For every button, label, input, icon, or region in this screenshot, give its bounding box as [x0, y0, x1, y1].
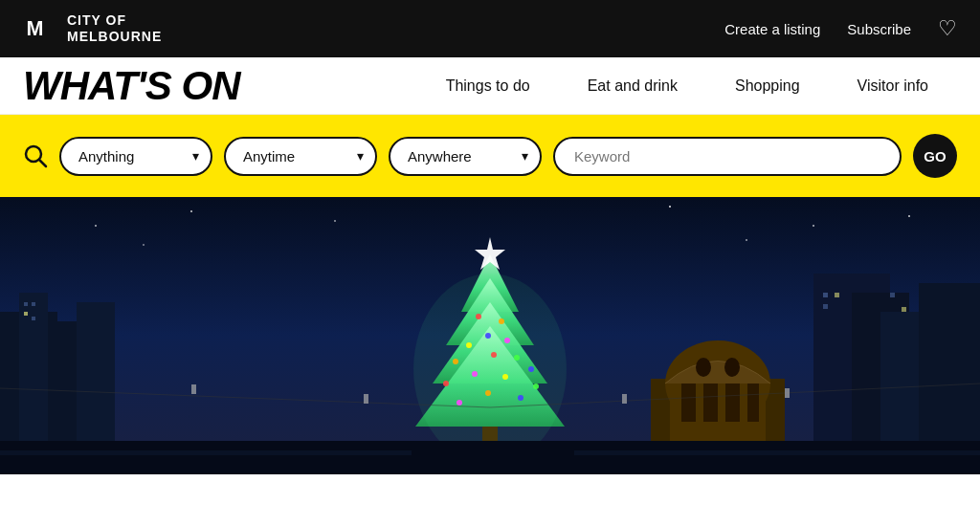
hero-image — [0, 197, 980, 474]
svg-rect-65 — [364, 394, 368, 404]
main-nav-links: Things to do Eat and drink Shopping Visi… — [417, 57, 957, 115]
svg-point-37 — [696, 358, 711, 377]
main-nav-bar: WHAT'S ON Things to do Eat and drink Sho… — [0, 57, 980, 115]
svg-line-3 — [39, 160, 46, 166]
svg-rect-27 — [823, 304, 828, 309]
anywhere-select[interactable]: Anywhere CBD Docklands Fitzroy South Yar… — [389, 137, 542, 176]
svg-point-48 — [485, 333, 491, 339]
header: M CITY OF MELBOURNE Create a listing Sub… — [0, 0, 980, 57]
svg-text:M: M — [27, 16, 44, 40]
search-bar: Anything Events Tours Activities Anytime… — [0, 115, 980, 197]
page-title: WHAT'S ON — [23, 63, 240, 109]
svg-rect-35 — [725, 384, 740, 422]
svg-point-58 — [533, 384, 539, 389]
svg-rect-26 — [835, 293, 839, 297]
svg-rect-34 — [703, 384, 718, 422]
heart-icon: ♡ — [938, 16, 957, 41]
svg-point-8 — [669, 206, 671, 208]
svg-point-10 — [908, 215, 910, 217]
svg-point-61 — [457, 400, 462, 405]
svg-point-50 — [466, 342, 472, 348]
svg-point-9 — [813, 225, 814, 227]
svg-rect-28 — [890, 293, 895, 297]
svg-point-46 — [476, 314, 481, 319]
svg-point-54 — [528, 366, 534, 372]
anything-select-wrap: Anything Events Tours Activities — [59, 137, 212, 176]
svg-rect-25 — [823, 293, 828, 297]
svg-point-47 — [499, 318, 504, 324]
svg-rect-33 — [681, 384, 696, 422]
svg-point-55 — [472, 371, 478, 377]
anything-select[interactable]: Anything Events Tours Activities — [59, 137, 212, 176]
svg-point-6 — [190, 210, 192, 212]
nav-link-things-to-do[interactable]: Things to do — [417, 57, 559, 115]
logo-icon: M — [23, 11, 57, 46]
svg-point-53 — [453, 359, 458, 364]
nav-link-eat-and-drink[interactable]: Eat and drink — [559, 57, 706, 115]
svg-rect-64 — [191, 384, 196, 394]
anywhere-select-wrap: Anywhere CBD Docklands Fitzroy South Yar… — [389, 137, 542, 176]
search-icon — [23, 143, 48, 168]
svg-point-44 — [413, 274, 567, 465]
header-nav: Create a listing Subscribe ♡ — [724, 0, 957, 57]
svg-point-59 — [485, 390, 491, 396]
svg-point-51 — [491, 352, 497, 358]
subscribe-button[interactable]: Subscribe — [847, 21, 911, 37]
anytime-select[interactable]: Anytime Today This week This weekend Thi… — [224, 137, 377, 176]
svg-point-7 — [334, 220, 336, 222]
svg-point-52 — [514, 355, 520, 361]
nav-link-shopping[interactable]: Shopping — [706, 57, 829, 115]
svg-point-5 — [95, 225, 97, 227]
svg-rect-70 — [574, 450, 980, 455]
svg-rect-29 — [902, 307, 906, 312]
anytime-select-wrap: Anytime Today This week This weekend Thi… — [224, 137, 377, 176]
create-listing-link[interactable]: Create a listing — [724, 0, 820, 57]
svg-point-56 — [502, 374, 508, 380]
nav-link-visitor-info[interactable]: Visitor info — [829, 57, 957, 115]
favourites-button[interactable]: ♡ — [938, 16, 957, 41]
go-button[interactable]: GO — [913, 134, 957, 178]
hero-svg — [0, 197, 980, 474]
svg-rect-19 — [24, 312, 28, 316]
logo[interactable]: M CITY OF MELBOURNE — [23, 11, 162, 46]
svg-point-12 — [746, 239, 747, 241]
svg-point-38 — [724, 358, 740, 377]
svg-rect-17 — [24, 302, 28, 306]
svg-rect-18 — [32, 302, 35, 306]
svg-rect-68 — [0, 441, 980, 474]
svg-rect-67 — [785, 388, 790, 398]
svg-point-49 — [504, 338, 510, 343]
svg-rect-20 — [32, 317, 35, 320]
keyword-input[interactable] — [553, 137, 902, 176]
svg-rect-69 — [0, 450, 412, 455]
svg-rect-66 — [622, 394, 627, 404]
svg-rect-36 — [747, 384, 759, 422]
logo-text: CITY OF MELBOURNE — [67, 12, 162, 45]
svg-point-60 — [518, 395, 523, 401]
svg-point-11 — [143, 244, 145, 246]
svg-point-57 — [443, 381, 449, 386]
